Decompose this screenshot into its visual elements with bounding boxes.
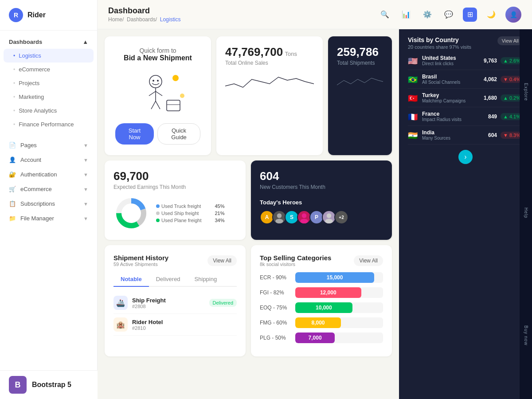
sidebar-item-store-analytics[interactable]: Store Analytics — [0, 104, 97, 117]
svg-point-19 — [300, 219, 308, 224]
total-sales-number: 47,769,700 Tons — [225, 45, 314, 59]
tab-delivered[interactable]: Delivered — [149, 272, 188, 287]
donut-container: Used Truck freight 45% Used Ship freight… — [113, 196, 237, 231]
category-plg: PLG - 50% 7,000 — [260, 332, 383, 343]
dashboards-section: Dashboards ▲ Logistics eCommerce Project… — [0, 31, 97, 136]
sidebar-item-subscriptions[interactable]: 📋 Subscriptions ▼ — [0, 196, 97, 211]
sales-line-chart — [225, 70, 314, 93]
shipment-info: Ship Freight #2808 — [132, 297, 205, 309]
us-flag: 🇺🇸 — [408, 57, 418, 64]
svg-rect-8 — [167, 100, 180, 111]
svg-line-6 — [151, 101, 156, 109]
chat-icon[interactable]: 💬 — [442, 8, 456, 22]
start-now-button[interactable]: Start Now — [115, 123, 154, 145]
shipment-name-2: Rider Hotel — [132, 319, 237, 325]
plg-bar: 7,000 — [295, 332, 335, 343]
countries-subtitle: 20 countries share 97% visits — [408, 44, 471, 50]
logo-name: Rider — [27, 11, 46, 19]
help-label[interactable]: Help — [524, 207, 528, 219]
country-brasil: 🇧🇷 Brasil All Social Channels 4,062 ▼ 0.… — [408, 70, 523, 89]
logo-area[interactable]: R Rider — [0, 0, 97, 31]
promo-card: Quick form to Bid a New Shipment — [105, 36, 211, 155]
tab-notable[interactable]: Notable — [113, 272, 149, 287]
france-name: France — [422, 111, 488, 117]
hotel-icon: 🏨 — [113, 317, 128, 332]
total-sales-card: 47,769,700 Tons Total Online Sales — [216, 36, 323, 155]
settings-icon[interactable]: ⚙️ — [420, 8, 434, 22]
svg-point-11 — [157, 80, 159, 82]
moon-icon[interactable]: 🌙 — [484, 8, 498, 22]
sidebar-item-ecommerce-bottom[interactable]: 🛒 eCommerce ▼ — [0, 182, 97, 196]
shipment-title-group: Shipment History 59 Active Shipments — [113, 254, 168, 267]
avatar[interactable]: 👤 — [505, 7, 521, 23]
heroes-section: Today's Heroes A S P — [260, 199, 383, 224]
us-source: Direct link clicks — [422, 61, 484, 66]
explore-strip: Explore Help Buy now — [520, 29, 532, 399]
sidebar-item-marketing[interactable]: Marketing — [0, 90, 97, 104]
turkey-flag: 🇹🇷 — [408, 94, 418, 102]
file-manager-label: File Manager — [20, 215, 54, 222]
bootstrap-badge: B Bootstrap 5 — [0, 370, 98, 399]
country-france: 🇫🇷 France Impact Radius visits 849 ▲ 4.1… — [408, 107, 523, 126]
sidebar-item-projects[interactable]: Projects — [0, 76, 97, 90]
svg-point-0 — [172, 75, 179, 81]
svg-point-10 — [153, 80, 154, 82]
buy-now-label[interactable]: Buy now — [524, 325, 528, 345]
france-info: France Impact Radius visits — [422, 111, 488, 122]
header: Dashboard Home/ Dashboards/ Logistics 🔍 … — [98, 0, 532, 29]
account-icon: 👤 — [9, 156, 16, 163]
chevron-down-icon: ▼ — [83, 143, 88, 148]
promo-buttons: Start Now Quick Guide — [115, 123, 200, 145]
sidebar-item-file-manager[interactable]: 📁 File Manager ▼ — [0, 211, 97, 226]
chevron-down-icon: ▼ — [83, 187, 88, 192]
shipment-item: 🚢 Ship Freight #2808 Delivered — [113, 292, 237, 314]
category-eoq: EOQ - 75% 10,000 — [260, 302, 383, 313]
ecr-bar-bg: 15,000 — [295, 272, 383, 283]
us-visits: 9,763 — [484, 58, 497, 64]
sidebar-item-finance-performance[interactable]: Finance Performance — [0, 117, 97, 131]
categories-view-all-button[interactable]: View All — [354, 255, 383, 266]
sidebar-item-logistics[interactable]: Logistics — [4, 49, 94, 63]
country-india: 🇮🇳 India Many Sources 604 ▼ 8.3% — [408, 126, 523, 145]
shipment-id: #2808 — [132, 304, 205, 309]
ecommerce-icon: 🛒 — [9, 186, 16, 192]
top-cards-row: Quick form to Bid a New Shipment — [105, 36, 392, 155]
us-info: United States Direct link clicks — [422, 55, 484, 66]
ecommerce-label: eCommerce — [20, 186, 52, 192]
grid-icon[interactable]: ⊞ — [463, 8, 477, 22]
dashboards-group[interactable]: Dashboards ▲ — [0, 35, 97, 49]
chevron-down-icon: ▼ — [83, 157, 88, 163]
svg-point-1 — [180, 94, 184, 98]
shipments-line-chart — [337, 70, 383, 93]
promo-title: Bid a New Shipment — [124, 54, 192, 62]
eoq-bar-bg: 10,000 — [295, 302, 383, 313]
auth-icon: 🔐 — [9, 171, 16, 178]
search-icon[interactable]: 🔍 — [378, 8, 392, 22]
brasil-visits: 4,062 — [484, 76, 497, 82]
svg-line-5 — [156, 91, 162, 96]
country-us: 🇺🇸 United States Direct link clicks 9,76… — [408, 51, 523, 70]
shipment-view-all-button[interactable]: View All — [207, 255, 237, 266]
chevron-down-icon: ▼ — [83, 172, 88, 177]
chevron-up-icon: ▲ — [82, 39, 88, 45]
chart-icon[interactable]: 📊 — [399, 8, 413, 22]
shipment-item-2: 🏨 Rider Hotel #2810 — [113, 314, 237, 336]
explore-label[interactable]: Explore — [524, 83, 528, 101]
sidebar-item-pages[interactable]: 📄 Pages ▼ — [0, 138, 97, 153]
sidebar-item-account[interactable]: 👤 Account ▼ — [0, 153, 97, 167]
auth-label: Authentication — [20, 171, 57, 178]
shipment-status-badge: Delivered — [209, 299, 237, 307]
sidebar-item-ecommerce[interactable]: eCommerce — [0, 63, 97, 76]
ecr-label: ECR - 90% — [260, 274, 291, 281]
quick-guide-button[interactable]: Quick Guide — [157, 123, 200, 145]
subscriptions-icon: 📋 — [9, 200, 16, 207]
sidebar-item-authentication[interactable]: 🔐 Authentication ▼ — [0, 167, 97, 182]
chevron-down-icon: ▼ — [83, 216, 88, 221]
fmg-label: FMG - 60% — [260, 320, 291, 326]
avatar-more[interactable]: +2 — [334, 210, 348, 224]
tab-shipping[interactable]: Shipping — [188, 272, 224, 287]
bottom-row: Shipment History 59 Active Shipments Vie… — [105, 245, 392, 356]
breadcrumb-current: Logistics — [160, 16, 181, 23]
turkey-info: Turkey Mailchimp Campaigns — [422, 92, 484, 103]
category-fgi: FGI - 82% 12,000 — [260, 287, 383, 298]
